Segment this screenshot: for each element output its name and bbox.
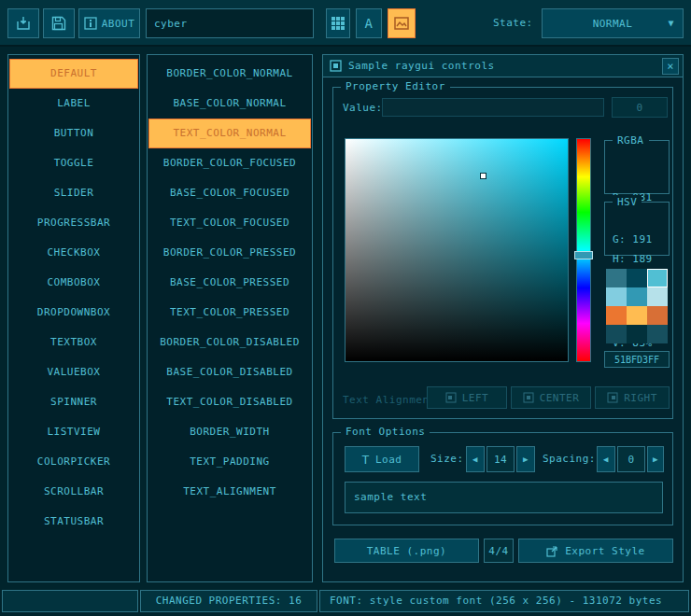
- property-editor-group: Property Editor Value: 0 RGBA R: 081 G: …: [332, 87, 673, 419]
- control-item-default[interactable]: DEFAULT: [9, 59, 138, 89]
- palette-cell[interactable]: [627, 325, 647, 343]
- spacing-value-box[interactable]: 0: [617, 446, 645, 472]
- state-label: State:: [493, 17, 533, 29]
- load-font-button[interactable]: T Load: [345, 446, 419, 472]
- property-item[interactable]: BASE_COLOR_FOCUSED: [148, 178, 312, 208]
- hue-bar[interactable]: [576, 138, 591, 362]
- style-name-input[interactable]: [146, 8, 314, 38]
- palette-cell[interactable]: [606, 306, 627, 325]
- table-view-button[interactable]: [326, 8, 350, 38]
- control-item-valuebox[interactable]: VALUEBOX: [8, 357, 139, 387]
- export-style-button[interactable]: Export Style: [518, 539, 673, 563]
- control-item-textbox[interactable]: TEXTBOX: [8, 328, 139, 357]
- property-item[interactable]: TEXT_ALIGNMENT: [148, 477, 312, 507]
- close-button[interactable]: ×: [662, 58, 679, 75]
- control-item-scrollbar[interactable]: SCROLLBAR: [8, 477, 139, 507]
- chevron-left-icon: ◀: [603, 455, 609, 464]
- property-item[interactable]: BASE_COLOR_NORMAL: [148, 89, 312, 119]
- hsv-readout: HSV H: 189 S: 62% V: 83%: [604, 202, 670, 256]
- statusbar-segment-empty: [2, 590, 138, 612]
- property-item[interactable]: TEXT_COLOR_FOCUSED: [148, 208, 312, 238]
- align-left-button[interactable]: LEFT: [427, 386, 507, 409]
- chevron-right-icon: ▶: [523, 455, 529, 464]
- control-item-checkbox[interactable]: CHECKBOX: [8, 238, 139, 268]
- control-item-colorpicker[interactable]: COLORPICKER: [8, 447, 139, 477]
- style-table-image-button[interactable]: [388, 8, 416, 38]
- palette-cell[interactable]: [606, 325, 627, 343]
- style-color-palette: [606, 269, 668, 343]
- spacing-value: 0: [628, 454, 634, 466]
- font-mode-button[interactable]: A: [356, 8, 382, 38]
- table-png-button[interactable]: TABLE (.png): [334, 539, 479, 563]
- about-button[interactable]: ABOUT: [78, 8, 140, 38]
- control-item-progressbar[interactable]: PROGRESSBAR: [8, 208, 139, 238]
- hex-value-box[interactable]: 51BFD3FF: [604, 351, 670, 368]
- control-item-spinner[interactable]: SPINNER: [8, 387, 139, 417]
- property-item[interactable]: TEXT_PADDING: [148, 447, 312, 477]
- close-icon: ×: [667, 60, 674, 73]
- statusbar-changed-properties: CHANGED PROPERTIES: 16: [140, 590, 317, 612]
- value-input[interactable]: [382, 98, 604, 117]
- property-item[interactable]: BORDER_COLOR_NORMAL: [148, 59, 312, 89]
- control-item-slider[interactable]: SLIDER: [8, 178, 139, 208]
- property-item[interactable]: BORDER_WIDTH: [148, 417, 312, 447]
- palette-cell[interactable]: [647, 306, 668, 325]
- palette-cell[interactable]: [606, 269, 627, 287]
- align-center-label: CENTER: [540, 392, 580, 404]
- size-value-box[interactable]: 14: [487, 446, 515, 472]
- spacing-increment-button[interactable]: ▶: [647, 446, 664, 472]
- property-item[interactable]: BORDER_COLOR_FOCUSED: [148, 148, 312, 178]
- property-item[interactable]: BORDER_COLOR_PRESSED: [148, 238, 312, 268]
- control-item-combobox[interactable]: COMBOBOX: [8, 268, 139, 298]
- palette-cell[interactable]: [647, 325, 668, 343]
- property-item[interactable]: BASE_COLOR_PRESSED: [148, 268, 312, 298]
- palette-cell[interactable]: [647, 287, 668, 306]
- control-item-statusbar[interactable]: STATUSBAR: [8, 507, 139, 537]
- align-right-label: RIGHT: [624, 392, 657, 404]
- property-item[interactable]: BORDER_COLOR_DISABLED: [148, 328, 312, 357]
- state-dropdown[interactable]: NORMAL ▼: [542, 8, 684, 38]
- color-picker-panel[interactable]: [345, 138, 569, 362]
- toolbar: ABOUT A State: NORMAL ▼: [0, 0, 691, 47]
- align-center-button[interactable]: CENTER: [511, 386, 591, 409]
- spacing-decrement-button[interactable]: ◀: [597, 446, 615, 472]
- align-right-button[interactable]: RIGHT: [595, 386, 670, 409]
- color-picker-cursor[interactable]: [480, 173, 487, 179]
- control-item-dropdownbox[interactable]: DROPDOWNBOX: [8, 298, 139, 328]
- save-style-button[interactable]: [43, 8, 75, 38]
- spacing-label: Spacing:: [543, 453, 596, 465]
- control-item-toggle[interactable]: TOGGLE: [8, 148, 139, 178]
- palette-cell[interactable]: [627, 306, 647, 325]
- info-icon: [84, 17, 97, 30]
- table-png-label: TABLE (.png): [367, 545, 446, 557]
- size-decrement-button[interactable]: ◀: [466, 446, 485, 472]
- palette-cell[interactable]: [627, 287, 647, 306]
- value-box[interactable]: 0: [612, 97, 668, 118]
- size-increment-button[interactable]: ▶: [516, 446, 535, 472]
- page-indicator: 4/4: [484, 539, 514, 563]
- window-titlebar[interactable]: Sample raygui controls ×: [323, 55, 683, 77]
- control-item-button[interactable]: BUTTON: [8, 119, 139, 148]
- property-item[interactable]: TEXT_COLOR_PRESSED: [148, 298, 312, 328]
- palette-cell[interactable]: [606, 287, 627, 306]
- load-style-button[interactable]: [7, 8, 39, 38]
- control-item-listview[interactable]: LISTVIEW: [8, 417, 139, 447]
- sample-controls-window: Sample raygui controls × Property Editor…: [322, 54, 684, 582]
- property-item-selected[interactable]: TEXT_COLOR_NORMAL: [148, 119, 311, 148]
- palette-cell-selected[interactable]: [647, 269, 668, 287]
- property-item[interactable]: BASE_COLOR_DISABLED: [148, 357, 312, 387]
- font-info-text: FONT: style custom font (256 x 256) - 13…: [330, 595, 662, 607]
- save-icon: [51, 16, 66, 31]
- rgba-readout: RGBA R: 081 G: 191 B: 211: [604, 140, 670, 194]
- palette-cell[interactable]: [627, 269, 647, 287]
- grid-icon: [331, 17, 345, 30]
- size-value: 14: [494, 454, 507, 466]
- sample-text-box[interactable]: sample text: [345, 482, 663, 513]
- property-item[interactable]: TEXT_COLOR_DISABLED: [148, 387, 312, 417]
- size-label: Size:: [430, 453, 464, 465]
- control-item-label[interactable]: LABEL: [8, 89, 139, 119]
- chevron-left-icon: ◀: [472, 455, 478, 464]
- chevron-right-icon: ▶: [653, 455, 658, 464]
- export-icon: [546, 545, 558, 557]
- hue-slider[interactable]: [574, 251, 593, 259]
